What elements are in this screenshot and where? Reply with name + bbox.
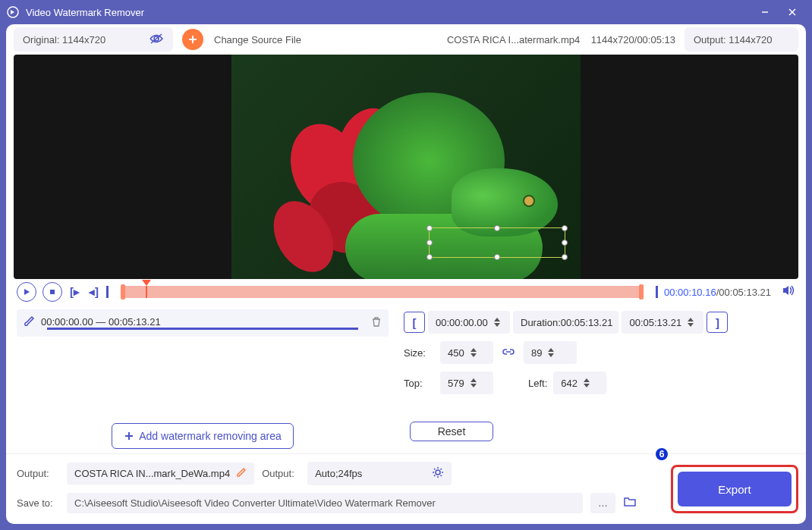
top-value: 579 [448,378,464,389]
edit-filename-icon[interactable] [236,467,247,480]
spin-down-icon[interactable] [494,323,500,327]
open-folder-icon[interactable] [623,497,637,510]
top-toolbar: Original: 1144x720 Change Source File CO… [6,24,806,55]
source-file-info: COSTA RICA I...atermark.mp4 1144x720/00:… [447,34,675,45]
link-aspect-icon[interactable] [502,347,515,359]
resize-handle[interactable] [426,240,433,246]
add-watermark-area-button[interactable]: Add watermark removing area [112,423,294,449]
segment-item[interactable]: 00:00:00.00 — 00:05:13.21 [17,309,389,337]
spin-up-icon[interactable] [584,378,590,382]
source-duration: 00:05:13 [637,34,675,45]
timeline-end-handle[interactable] [656,286,658,298]
output-file-label: Output: [17,468,59,479]
source-filename: COSTA RICA I...atermark.mp4 [447,34,580,45]
left-label: Left: [528,378,547,389]
resize-handle[interactable] [562,240,568,246]
change-source-link[interactable]: Change Source File [214,34,301,45]
height-value: 89 [531,347,542,359]
resize-handle[interactable] [494,225,500,231]
size-row: Size: 450 89 [404,341,795,364]
watermark-selection-rect[interactable] [429,227,565,258]
spin-down-icon[interactable] [584,384,590,387]
size-label: Size: [404,347,434,359]
trim-end-value: 00:05:13.21 [629,317,681,328]
trim-duration-field[interactable]: Duration:00:05:13.21 [513,311,618,334]
segment-separator: — [96,316,105,328]
duration-label: Duration: [521,317,561,328]
eye-off-icon[interactable] [149,33,164,46]
resize-handle[interactable] [494,254,500,260]
source-resolution: 1144x720 [591,34,634,45]
stop-button[interactable] [42,282,62,302]
position-row: Top: 579 Left: 642 [404,372,795,394]
titlebar: Video Watermark Remover [0,0,812,24]
save-path-box: C:\Aiseesoft Studio\Aiseesoft Video Conv… [67,493,583,513]
width-value: 450 [448,347,464,359]
add-area-label: Add watermark removing area [139,430,282,442]
close-button[interactable] [779,3,806,21]
settings-row: 00:00:00.00 — 00:05:13.21 Add watermark … [6,305,806,441]
main-panel: Original: 1144x720 Change Source File CO… [6,24,806,524]
top-field[interactable]: 579 [440,372,493,394]
segments-panel: 00:00:00.00 — 00:05:13.21 Add watermark … [17,309,389,441]
output-resolution-pill: Output: 1144x720 [685,27,798,52]
output-label: Output: [694,34,726,45]
playback-controls: [▸ ◂] 00:00:10.16/00:05:13.21 [6,279,806,305]
resize-handle[interactable] [562,254,568,260]
app-title: Video Watermark Remover [26,7,751,18]
volume-icon[interactable] [782,284,795,299]
mark-in-button[interactable]: [▸ [68,285,81,299]
spin-up-icon[interactable] [548,348,554,352]
spin-down-icon[interactable] [471,384,477,387]
original-resolution-pill: Original: 1144x720 [14,27,173,52]
set-end-button[interactable]: ] [707,312,728,333]
timeline-scrubber[interactable] [121,286,644,298]
output-filename-box: COSTA RICA IN...mark_DeWa.mp4 [67,463,254,485]
step-badge: 6 [654,447,669,462]
gear-icon[interactable] [432,466,444,481]
playhead-line [146,286,147,298]
timeline-start-handle[interactable] [106,286,109,298]
svg-point-11 [436,470,440,475]
playhead-icon[interactable] [142,280,151,286]
top-label: Top: [404,378,434,389]
export-button[interactable]: Export [678,472,792,506]
duration-value: 00:05:13.21 [561,317,613,328]
set-start-button[interactable]: [ [404,312,425,333]
spin-down-icon[interactable] [688,323,694,327]
video-frame [231,55,581,279]
spin-up-icon[interactable] [471,348,477,352]
trim-start-field[interactable]: 00:00:00.00 [428,311,510,334]
resize-handle[interactable] [426,225,433,231]
trim-row: [ 00:00:00.00 Duration:00:05:13.21 00:05… [404,311,795,334]
spin-up-icon[interactable] [688,318,694,321]
resize-handle[interactable] [426,254,433,260]
spin-down-icon[interactable] [471,353,477,357]
left-field[interactable]: 642 [553,372,606,394]
export-highlight: Export [671,465,798,513]
spin-down-icon[interactable] [548,353,554,357]
browse-path-button[interactable]: … [590,493,615,513]
height-field[interactable]: 89 [524,341,577,364]
spin-up-icon[interactable] [471,378,477,382]
output-format-box[interactable]: Auto;24fps [307,462,452,485]
width-field[interactable]: 450 [440,341,493,364]
segment-end: 00:05:13.21 [109,316,161,328]
reset-button[interactable]: Reset [410,422,493,441]
original-label: Original: [23,34,59,45]
resize-handle[interactable] [562,225,568,231]
segment-times: 00:00:00.00 — 00:05:13.21 [41,316,364,328]
delete-segment-icon[interactable] [370,315,382,331]
output-fps-value: Auto;24fps [315,468,362,479]
add-source-button[interactable] [182,29,203,50]
save-to-label: Save to: [17,497,59,509]
play-button[interactable] [17,282,36,302]
video-preview[interactable] [14,55,798,279]
trim-end-field[interactable]: 00:05:13.21 [622,311,703,334]
spin-up-icon[interactable] [494,318,500,321]
output-fps-label: Output: [262,468,300,479]
output-filename: COSTA RICA IN...mark_DeWa.mp4 [74,468,230,479]
minimize-button[interactable] [751,3,779,21]
segment-start: 00:00:00.00 [41,316,93,328]
mark-out-button[interactable]: ◂] [87,285,100,299]
